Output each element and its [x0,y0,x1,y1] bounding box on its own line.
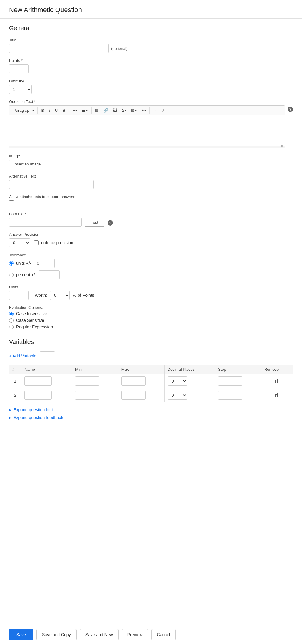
var-min-2[interactable] [75,391,99,400]
question-text-label: Question Text * [9,99,293,104]
paragraph-dropdown[interactable]: Paragraph ▾ [11,107,36,114]
col-header-name: Name [21,365,72,374]
row-number-1: 1 [9,374,21,388]
fullscreen-button[interactable]: ⤢ [159,107,167,114]
insert-image-button[interactable]: Insert an Image [9,160,45,168]
formula-label: Formula * [9,212,293,216]
tolerance-units-label: units +/- [16,261,31,266]
alt-text-field-group: Alternative Text [9,174,293,189]
bold-button[interactable]: B [39,107,46,114]
add-variable-link[interactable]: + Add Variable [9,354,36,358]
expand-feedback-arrow: ▶ [9,416,11,419]
alt-text-label: Alternative Text [9,174,293,178]
var-name-1[interactable] [24,376,52,386]
add-variable-row: + Add Variable 1 [9,351,293,360]
var-min-1[interactable] [75,376,99,386]
tolerance-percent-input[interactable] [39,270,60,279]
general-section-title: General [9,25,293,32]
attachments-checkbox[interactable] [9,200,14,205]
tolerance-field-group: Tolerance units +/- percent +/- [9,253,293,279]
evaluation-label: Evaluation Options: [9,305,293,310]
plus-dropdown[interactable]: + ▾ [139,107,148,114]
worth-label: Worth: [35,293,47,298]
question-text-body[interactable] [9,115,285,146]
expand-hint-arrow: ▶ [9,408,11,412]
list-button[interactable]: ☰ ▾ [80,107,90,114]
var-decimal-1[interactable]: 0 1 2 [168,376,187,386]
editor-resize-handle[interactable]: ⠿ [9,146,285,148]
variables-section-title: Variables [9,338,293,345]
var-max-1[interactable] [121,376,146,386]
tolerance-units-radio[interactable] [9,261,14,266]
variable-count-input[interactable]: 1 [40,351,55,360]
title-input[interactable] [9,44,109,53]
var-max-2[interactable] [121,391,146,400]
variables-table: # Name Min Max Decimal Places Step Remov… [9,365,293,402]
units-input[interactable] [9,291,29,300]
image-label: Image [9,154,293,158]
delete-row-1[interactable]: 🗑 [264,378,290,384]
formula-field-group: Formula * Test ? [9,212,293,227]
align-button[interactable]: ≡ ▾ [71,107,79,114]
tolerance-units-input[interactable] [34,259,55,268]
tolerance-percent-radio[interactable] [9,273,14,277]
answer-precision-field-group: Answer Precision 0 1 2 3 enforce precisi… [9,232,293,247]
underline-button[interactable]: U [53,107,60,114]
percent-of-points: % of Points [73,293,94,298]
image-field-group: Image Insert an Image [9,154,293,168]
points-label: Points * [9,58,293,63]
units-label: Units [9,285,293,289]
attachments-label: Allow attachments to support answers [9,194,293,199]
expand-hint-label: Expand question hint [13,407,53,412]
col-header-remove: Remove [261,365,293,374]
eval-case-sensitive-radio[interactable] [9,318,14,323]
var-decimal-2[interactable]: 0 1 2 [168,391,187,400]
italic-button[interactable]: I [47,107,52,114]
expand-feedback-label: Expand question feedback [13,415,63,420]
expand-feedback-link[interactable]: ▶ Expand question feedback [9,415,293,420]
test-button[interactable]: Test [85,218,104,227]
worth-select[interactable]: 0 10 25 50 100 [50,291,70,300]
difficulty-field-group: Difficulty 1 2 3 4 5 [9,79,293,94]
question-text-editor: Paragraph ▾ B I U S ≡ ▾ ☰ ▾ ⊟ 🔗 [9,105,285,148]
editor-toolbar: Paragraph ▾ B I U S ≡ ▾ ☰ ▾ ⊟ 🔗 [9,106,285,115]
tolerance-label: Tolerance [9,253,293,257]
evaluation-options-field-group: Evaluation Options: Case Insensitive Cas… [9,305,293,329]
answer-precision-label: Answer Precision [9,232,293,237]
title-label: Title [9,38,293,42]
table-row: 2 0 1 2 🗑 [9,388,293,402]
question-text-help-icon[interactable]: ? [288,107,293,112]
variables-section: Variables + Add Variable 1 # Name Min Ma… [9,338,293,420]
tolerance-percent-label: percent +/- [16,272,36,277]
difficulty-label: Difficulty [9,79,293,83]
var-step-1[interactable] [218,376,242,386]
delete-row-2[interactable]: 🗑 [264,392,290,398]
difficulty-select[interactable]: 1 2 3 4 5 [9,85,32,94]
columns-button[interactable]: ⊟ [93,107,101,114]
sigma-button[interactable]: Σ ▾ [120,107,128,114]
answer-precision-select[interactable]: 0 1 2 3 [9,238,30,247]
formula-help-icon[interactable]: ? [108,220,113,226]
page-title: New Arithmetic Question [9,6,293,14]
enforce-precision-checkbox[interactable] [34,240,39,245]
strikethrough-button[interactable]: S [60,107,67,114]
var-step-2[interactable] [218,391,242,400]
eval-regex-label: Regular Expression [16,325,53,329]
eval-case-insensitive-radio[interactable] [9,312,14,316]
var-name-2[interactable] [24,391,52,400]
table-row: 1 0 1 2 🗑 [9,374,293,388]
col-header-step: Step [215,365,261,374]
link-button[interactable]: 🔗 [101,107,110,114]
question-text-field-group: Question Text * Paragraph ▾ B I U S [9,99,293,148]
points-input[interactable]: 1 [9,64,29,73]
image-toolbar-button[interactable]: 🖼 [111,107,119,114]
title-field-group: Title (optional) [9,38,293,53]
eval-regex-radio[interactable] [9,325,14,329]
expand-hint-link[interactable]: ▶ Expand question hint [9,407,293,412]
more-options-button[interactable]: ··· [151,107,159,114]
formula-input[interactable] [9,218,82,227]
points-field-group: Points * 1 [9,58,293,73]
grid-button[interactable]: ⊞ ▾ [129,107,139,114]
col-header-max: Max [118,365,164,374]
alt-text-input[interactable] [9,180,94,189]
